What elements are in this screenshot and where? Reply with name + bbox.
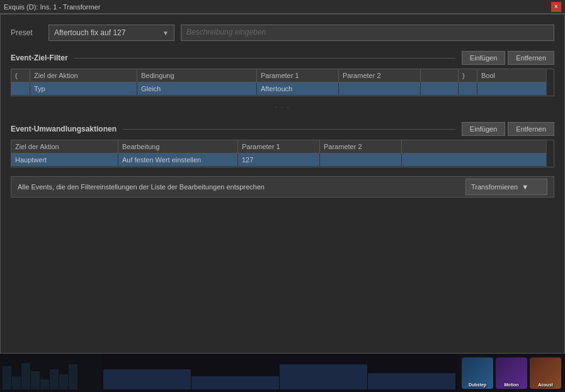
- tile-label-dubstep: Dubstep: [469, 383, 486, 387]
- filter-section-header: Event-Ziel-Filter Einfügen Entfernen: [11, 51, 554, 65]
- action-table-header: Ziel der Aktion Bearbeitung Parameter 1 …: [11, 140, 554, 154]
- action-cell-param2: [320, 154, 402, 166]
- daw-background: Dubstep Motion Acoust: [0, 354, 565, 392]
- daw-tiles: Dubstep Motion Acoust: [458, 354, 565, 392]
- daw-mid: [101, 354, 458, 392]
- filter-cell-bool: [477, 82, 503, 95]
- daw-bar: [69, 364, 77, 389]
- filter-scrollbar[interactable]: [546, 69, 554, 96]
- table-row[interactable]: Hauptwert Auf festen Wert einstellen 127: [11, 154, 554, 167]
- tile-label-acoustic: Acoust: [538, 383, 553, 387]
- filter-cell-param1: Aftertouch: [257, 82, 339, 95]
- bottom-bar: Alle Events, die den Filtereinstellungen…: [11, 176, 554, 198]
- action-section-line: [123, 129, 455, 130]
- filter-cell-paren-open: [11, 82, 30, 95]
- action-section-title: Event-Umwandlungsaktionen: [11, 125, 117, 133]
- tile-label-motion: Motion: [505, 383, 519, 387]
- daw-mid-bar: [280, 364, 367, 389]
- title-bar: Exquis (D): Ins. 1 - Transformer ×: [0, 0, 565, 14]
- filter-col-action-target: Ziel der Aktion: [30, 69, 137, 82]
- filter-cell-action-target: Typ: [30, 82, 137, 95]
- dialog: Preset Aftertouch fix auf 127 ▼ Beschrei…: [0, 14, 565, 354]
- action-col-extra: [402, 140, 554, 153]
- preset-label: Preset: [11, 28, 42, 37]
- filter-section-buttons: Einfügen Entfernen: [462, 51, 554, 65]
- filter-col-paren-open: (: [11, 69, 30, 82]
- filter-cell-param2: [339, 82, 421, 95]
- action-cell-edit: Auf festen Wert einstellen: [118, 154, 238, 166]
- filter-col-paren-close: ): [459, 69, 477, 82]
- filter-cell-extra: [421, 82, 459, 95]
- title-bar-text: Exquis (D): Ins. 1 - Transformer: [4, 3, 100, 11]
- filter-col-param2: Parameter 2: [339, 69, 421, 82]
- daw-bar: [3, 366, 11, 389]
- action-section-buttons: Einfügen Entfernen: [462, 122, 554, 136]
- daw-bars-left: [0, 354, 101, 392]
- daw-bar: [50, 369, 59, 389]
- filter-col-extra: [421, 69, 459, 82]
- chevron-down-icon: ▼: [522, 183, 528, 191]
- action-section: Event-Umwandlungsaktionen Einfügen Entfe…: [11, 118, 554, 167]
- chevron-down-icon: ▼: [163, 30, 169, 36]
- filter-insert-button[interactable]: Einfügen: [462, 51, 505, 65]
- action-scrollbar[interactable]: [546, 140, 554, 167]
- action-col-param1: Parameter 1: [238, 140, 320, 153]
- filter-section: Event-Ziel-Filter Einfügen Entfernen ( Z…: [11, 47, 554, 96]
- tile-motion[interactable]: Motion: [496, 357, 527, 389]
- filter-section-title: Event-Ziel-Filter: [11, 53, 68, 62]
- filter-cell-condition: Gleich: [137, 82, 257, 95]
- preset-row: Preset Aftertouch fix auf 127 ▼ Beschrei…: [11, 25, 554, 41]
- transform-dropdown[interactable]: Transformieren ▼: [465, 179, 547, 195]
- close-button[interactable]: ×: [551, 2, 561, 12]
- action-col-edit: Bearbeitung: [118, 140, 238, 153]
- action-cell-param1: 127: [238, 154, 320, 166]
- description-placeholder: Beschreibung eingeben: [186, 28, 266, 36]
- daw-bar: [59, 374, 68, 389]
- bottom-text: Alle Events, die den Filtereinstellungen…: [18, 183, 459, 191]
- daw-mid-bar: [103, 369, 191, 389]
- filter-table-header: ( Ziel der Aktion Bedingung Parameter 1 …: [11, 69, 554, 82]
- daw-mid-bar: [368, 373, 455, 390]
- resize-divider[interactable]: · · ·: [11, 103, 554, 112]
- table-row[interactable]: Typ Gleich Aftertouch: [11, 82, 554, 96]
- daw-bar: [12, 376, 21, 389]
- action-cell-extra: [402, 154, 554, 166]
- action-insert-button[interactable]: Einfügen: [462, 122, 505, 136]
- action-cell-target: Hauptwert: [11, 154, 118, 166]
- filter-section-line: [74, 58, 455, 59]
- action-table: Ziel der Aktion Bearbeitung Parameter 1 …: [11, 140, 554, 167]
- preset-description[interactable]: Beschreibung eingeben: [181, 25, 554, 41]
- preset-value: Aftertouch fix auf 127: [54, 28, 125, 37]
- filter-col-param1: Parameter 1: [257, 69, 339, 82]
- action-table-body: Hauptwert Auf festen Wert einstellen 127: [11, 154, 554, 167]
- filter-table-body: Typ Gleich Aftertouch: [11, 82, 554, 96]
- action-section-header: Event-Umwandlungsaktionen Einfügen Entfe…: [11, 122, 554, 136]
- tile-dubstep[interactable]: Dubstep: [462, 357, 493, 389]
- action-col-target: Ziel der Aktion: [11, 140, 118, 153]
- filter-col-condition: Bedingung: [137, 69, 257, 82]
- daw-mid-bar: [191, 376, 279, 389]
- daw-bar: [21, 363, 30, 389]
- filter-col-bool: Bool: [477, 69, 503, 82]
- daw-bar: [40, 379, 49, 389]
- filter-remove-button[interactable]: Entfernen: [508, 51, 554, 65]
- filter-cell-paren-close: [459, 82, 477, 95]
- action-col-param2: Parameter 2: [320, 140, 402, 153]
- action-remove-button[interactable]: Entfernen: [508, 122, 554, 136]
- filter-table: ( Ziel der Aktion Bedingung Parameter 1 …: [11, 69, 554, 96]
- preset-dropdown[interactable]: Aftertouch fix auf 127 ▼: [49, 25, 174, 41]
- tile-acoustic[interactable]: Acoust: [530, 357, 561, 389]
- transform-dropdown-value: Transformieren: [471, 183, 518, 191]
- daw-bar: [31, 371, 40, 389]
